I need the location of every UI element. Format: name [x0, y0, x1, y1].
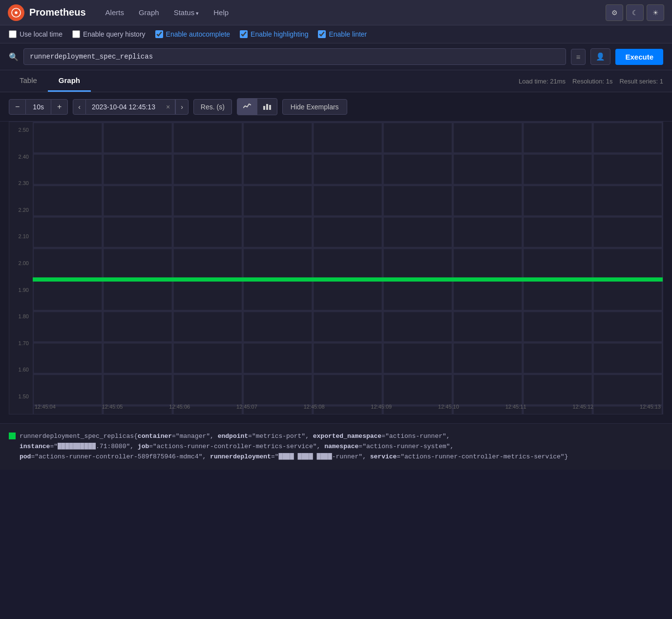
- search-row: 🔍 ≡ 👤 Execute: [0, 43, 672, 70]
- enable-query-history-option[interactable]: Enable query history: [72, 30, 146, 38]
- x-label-5: 12:45:09: [371, 404, 392, 410]
- enable-linter-checkbox[interactable]: [318, 30, 326, 38]
- query-input[interactable]: [23, 48, 566, 65]
- resolution: Resolution: 1s: [572, 78, 612, 85]
- x-label-4: 12:45:08: [304, 404, 325, 410]
- navbar: Prometheus Alerts Graph Status Help ⚙ ☾ …: [0, 0, 672, 25]
- x-axis: 12:45:04 12:45:05 12:45:06 12:45:07 12:4…: [33, 399, 663, 414]
- brand: Prometheus: [8, 4, 86, 21]
- enable-query-history-checkbox[interactable]: [72, 30, 80, 38]
- y-label-200: 2.00: [9, 260, 29, 266]
- svg-rect-2: [263, 106, 265, 110]
- x-label-3: 12:45:07: [236, 404, 257, 410]
- chart-type-group: [237, 98, 277, 115]
- use-local-time-option[interactable]: Use local time: [9, 30, 63, 38]
- nav-graph[interactable]: Graph: [133, 5, 165, 20]
- enable-autocomplete-label: Enable autocomplete: [166, 30, 231, 38]
- nav-help[interactable]: Help: [208, 5, 234, 20]
- graph-controls: − 10s + ‹ 2023-10-04 12:45:13 × › Res. (…: [0, 92, 672, 122]
- search-icon: 🔍: [9, 52, 19, 62]
- load-time: Load time: 21ms: [519, 78, 566, 85]
- enable-linter-option[interactable]: Enable linter: [318, 30, 367, 38]
- metrics-icon[interactable]: 👤: [590, 48, 610, 65]
- chart-area: 2.50 2.40 2.30 2.20 2.10 2.00 1.90 1.80 …: [0, 122, 672, 423]
- load-info: Load time: 21ms Resolution: 1s Result se…: [519, 78, 663, 85]
- x-label-6: 12:45:10: [438, 404, 459, 410]
- enable-autocomplete-checkbox[interactable]: [155, 30, 163, 38]
- step-minus-button[interactable]: −: [9, 99, 26, 115]
- format-icon[interactable]: ≡: [571, 49, 586, 65]
- step-group: − 10s +: [9, 99, 68, 115]
- svg-rect-3: [266, 104, 268, 110]
- x-label-2: 12:45:06: [169, 404, 190, 410]
- hide-exemplars-button[interactable]: Hide Exemplars: [282, 99, 347, 115]
- light-theme-button[interactable]: ☀: [647, 4, 664, 21]
- x-label-0: 12:45:04: [35, 404, 56, 410]
- tab-graph[interactable]: Graph: [48, 70, 91, 92]
- nav-prev-button[interactable]: ‹: [73, 99, 86, 115]
- y-label-190: 1.90: [9, 287, 29, 293]
- nav-next-button[interactable]: ›: [175, 99, 189, 115]
- y-label-230: 2.30: [9, 180, 29, 186]
- y-label-210: 2.10: [9, 233, 29, 239]
- dark-theme-button[interactable]: ☾: [626, 4, 644, 21]
- tabs: Table Graph: [9, 70, 91, 92]
- svg-rect-4: [269, 105, 271, 110]
- legend-item: runnerdeployment_spec_replicas{container…: [9, 432, 663, 462]
- resolution-button[interactable]: Res. (s): [193, 99, 232, 115]
- y-label-180: 1.80: [9, 313, 29, 319]
- options-row: Use local time Enable query history Enab…: [0, 25, 672, 43]
- y-label-170: 1.70: [9, 340, 29, 346]
- y-label-240: 2.40: [9, 154, 29, 160]
- y-label-220: 2.20: [9, 207, 29, 213]
- enable-autocomplete-option[interactable]: Enable autocomplete: [155, 30, 231, 38]
- x-label-9: 12:45:13: [640, 404, 661, 410]
- tabs-row: Table Graph Load time: 21ms Resolution: …: [0, 70, 672, 92]
- chart-line-button[interactable]: [237, 99, 257, 115]
- settings-button[interactable]: ⚙: [606, 4, 623, 21]
- nav-right: ⚙ ☾ ☀: [606, 4, 664, 21]
- y-axis: 2.50 2.40 2.30 2.20 2.10 2.00 1.90 1.80 …: [9, 122, 33, 414]
- chart-bar-button[interactable]: [257, 99, 277, 115]
- x-label-7: 12:45:11: [505, 404, 526, 410]
- enable-highlighting-option[interactable]: Enable highlighting: [240, 30, 308, 38]
- result-series: Result series: 1: [619, 78, 663, 85]
- y-label-250: 2.50: [9, 127, 29, 133]
- app-title: Prometheus: [29, 7, 86, 18]
- nav-status[interactable]: Status: [168, 5, 205, 20]
- enable-query-history-label: Enable query history: [83, 30, 146, 38]
- step-value: 10s: [26, 99, 51, 115]
- nav-links: Alerts Graph Status Help: [100, 5, 606, 20]
- chart-body: 12:45:04 12:45:05 12:45:06 12:45:07 12:4…: [33, 122, 663, 414]
- datetime-display: 2023-10-04 12:45:13: [86, 99, 161, 115]
- y-label-160: 1.60: [9, 367, 29, 372]
- tab-table[interactable]: Table: [9, 70, 48, 92]
- enable-highlighting-label: Enable highlighting: [251, 30, 308, 38]
- x-label-1: 12:45:05: [102, 404, 123, 410]
- enable-highlighting-checkbox[interactable]: [240, 30, 248, 38]
- use-local-time-label: Use local time: [20, 30, 63, 38]
- data-line-svg: [33, 122, 663, 414]
- svg-point-1: [15, 11, 18, 14]
- enable-linter-label: Enable linter: [329, 30, 367, 38]
- legend-text: runnerdeployment_spec_replicas{container…: [20, 432, 568, 462]
- legend-color-swatch: [9, 433, 16, 439]
- chart-container: 2.50 2.40 2.30 2.20 2.10 2.00 1.90 1.80 …: [9, 122, 663, 414]
- logo-icon: [8, 4, 24, 21]
- step-plus-button[interactable]: +: [51, 99, 68, 115]
- execute-button[interactable]: Execute: [615, 49, 663, 65]
- datetime-clear-button[interactable]: ×: [161, 99, 175, 115]
- y-label-150: 1.50: [9, 393, 29, 399]
- nav-alerts[interactable]: Alerts: [100, 5, 130, 20]
- x-label-8: 12:45:12: [572, 404, 593, 410]
- use-local-time-checkbox[interactable]: [9, 30, 17, 38]
- legend-area: runnerdeployment_spec_replicas{container…: [0, 423, 672, 470]
- datetime-group: ‹ 2023-10-04 12:45:13 × ›: [73, 99, 189, 115]
